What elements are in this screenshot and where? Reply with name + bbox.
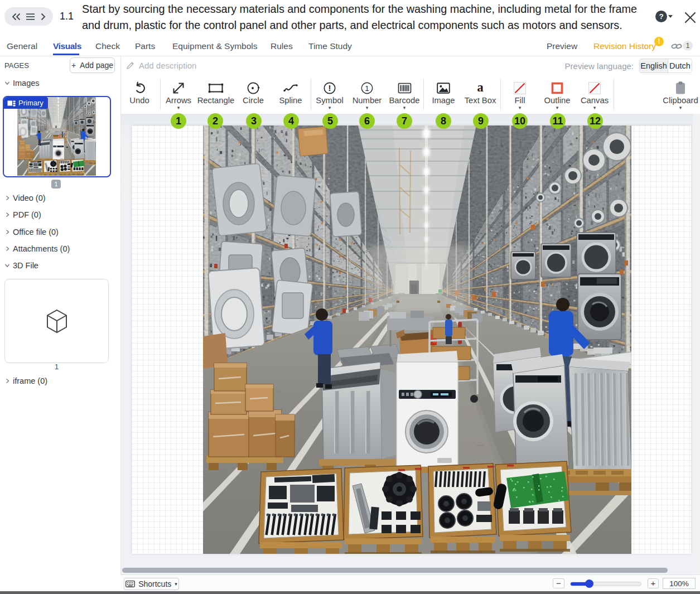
svg-text:a: a bbox=[477, 81, 484, 94]
svg-text:!: ! bbox=[329, 83, 331, 93]
svg-text:1: 1 bbox=[365, 84, 369, 93]
